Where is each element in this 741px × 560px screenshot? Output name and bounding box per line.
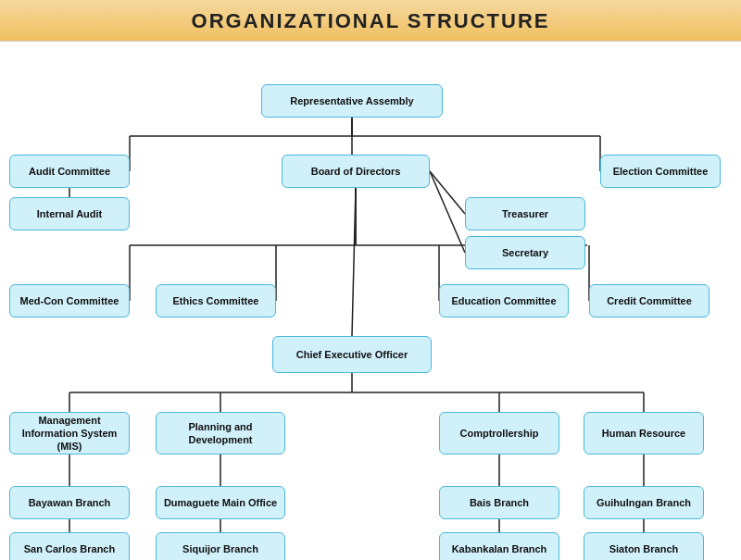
comptrollership-node: Comptrollership <box>439 412 559 454</box>
internal-audit-node: Internal Audit <box>9 197 130 230</box>
human-resource-node: Human Resource <box>584 412 704 454</box>
secretary-node: Secretary <box>465 236 585 269</box>
page-title: ORGANIZATIONAL STRUCTURE <box>0 9 741 33</box>
svg-line-10 <box>352 188 356 336</box>
siquijor-node: Siquijor Branch <box>156 532 285 560</box>
board-of-directors-node: Board of Directors <box>282 155 430 188</box>
bayawan-node: Bayawan Branch <box>9 486 130 519</box>
ethics-committee-node: Ethics Committee <box>156 284 276 317</box>
svg-line-8 <box>430 171 465 214</box>
ceo-node: Chief Executive Officer <box>272 336 432 373</box>
mis-node: Management Information System (MIS) <box>9 412 130 454</box>
treasurer-node: Treasurer <box>465 197 585 230</box>
svg-line-9 <box>430 171 465 253</box>
dumaguete-node: Dumaguete Main Office <box>156 486 285 519</box>
credit-committee-node: Credit Committee <box>589 284 710 317</box>
education-committee-node: Education Committee <box>439 284 569 317</box>
election-committee-node: Election Committee <box>600 155 721 188</box>
guihulngan-node: Guihulngan Branch <box>584 486 704 519</box>
san-carlos-node: San Carlos Branch <box>9 532 130 560</box>
siaton-node: Siaton Branch <box>584 532 704 560</box>
bais-node: Bais Branch <box>439 486 559 519</box>
audit-committee-node: Audit Committee <box>9 155 130 188</box>
representative-assembly-node: Representative Assembly <box>261 84 443 118</box>
medcon-committee-node: Med-Con Committee <box>9 284 130 317</box>
kabankalan-node: Kabankalan Branch <box>439 532 559 560</box>
planning-node: Planning and Development <box>156 412 285 454</box>
